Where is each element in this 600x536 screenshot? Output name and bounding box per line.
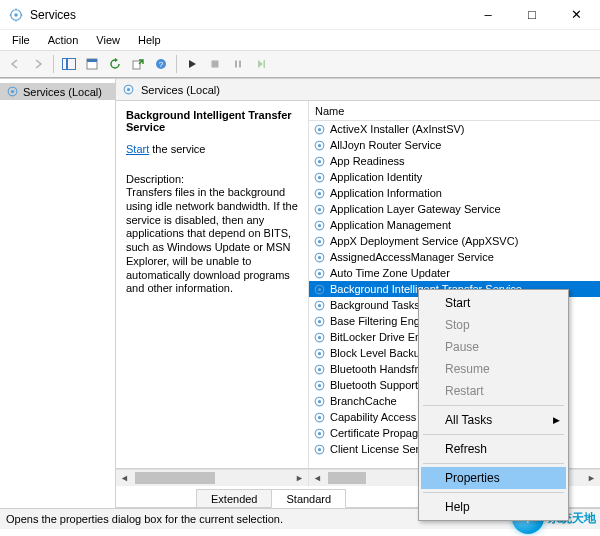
svg-point-26 [318,159,321,162]
tab-standard[interactable]: Standard [271,489,346,508]
start-service-button[interactable] [181,53,203,75]
gear-icon [313,443,326,456]
service-row[interactable]: Application Layer Gateway Service [309,201,600,217]
description-panel: Background Intelligent Transfer Service … [116,101,308,468]
titlebar: Services – □ ✕ [0,0,600,30]
gear-icon [313,155,326,168]
gear-icon [313,123,326,136]
context-menu-item[interactable]: Refresh [421,438,566,460]
service-name: BranchCache [330,395,397,407]
service-name: AssignedAccessManager Service [330,251,494,263]
svg-point-32 [318,207,321,210]
context-menu-separator [423,434,564,435]
service-row[interactable]: ActiveX Installer (AxInstSV) [309,121,600,137]
menu-view[interactable]: View [88,32,128,48]
svg-point-28 [318,175,321,178]
gear-icon [313,235,326,248]
context-menu-item[interactable]: All Tasks▶ [421,409,566,431]
console-tree[interactable]: Services (Local) [0,79,116,508]
window-title: Services [30,8,76,22]
scroll-right-icon[interactable]: ► [291,470,308,486]
context-menu-item: Resume [421,358,566,380]
stop-service-button[interactable] [204,53,226,75]
service-row[interactable]: Application Information [309,185,600,201]
scroll-left-icon[interactable]: ◄ [116,470,133,486]
service-row[interactable]: Auto Time Zone Updater [309,265,600,281]
refresh-button[interactable] [104,53,126,75]
gear-icon [313,427,326,440]
gear-icon [313,363,326,376]
service-row[interactable]: Application Identity [309,169,600,185]
svg-point-52 [318,367,321,370]
gear-icon [313,171,326,184]
minimize-button[interactable]: – [466,0,510,30]
svg-point-20 [127,88,130,91]
scroll-thumb[interactable] [135,472,215,484]
menu-action[interactable]: Action [40,32,87,48]
service-name: Application Identity [330,171,422,183]
gear-icon [313,331,326,344]
context-menu-item[interactable]: Help [421,496,566,518]
results-header-title: Services (Local) [141,84,220,96]
desc-hscroll[interactable]: ◄ ► [116,469,308,486]
maximize-button[interactable]: □ [510,0,554,30]
tab-extended[interactable]: Extended [196,489,272,507]
description-label: Description: [126,173,300,185]
menu-file[interactable]: File [4,32,38,48]
service-row[interactable]: AppX Deployment Service (AppXSVC) [309,233,600,249]
gear-icon [313,315,326,328]
help-button[interactable]: ? [150,53,172,75]
close-button[interactable]: ✕ [554,0,598,30]
scroll-right-icon[interactable]: ► [583,470,600,486]
tree-node-services-local[interactable]: Services (Local) [0,83,115,100]
export-button[interactable] [127,53,149,75]
restart-service-button[interactable] [250,53,272,75]
gear-icon [313,203,326,216]
service-name: AllJoyn Router Service [330,139,441,151]
service-row[interactable]: Application Management [309,217,600,233]
scroll-track[interactable] [133,470,291,486]
service-row[interactable]: AllJoyn Router Service [309,137,600,153]
context-menu[interactable]: StartStopPauseResumeRestartAll Tasks▶Ref… [418,289,569,521]
properties-button[interactable] [81,53,103,75]
service-row[interactable]: App Readiness [309,153,600,169]
play-icon [187,59,197,69]
svg-text:?: ? [159,60,164,69]
gear-icon [313,219,326,232]
gear-icon [313,139,326,152]
scroll-left-icon[interactable]: ◄ [309,470,326,486]
show-hide-tree-button[interactable] [58,53,80,75]
nav-back-button[interactable] [4,53,26,75]
service-name: ActiveX Installer (AxInstSV) [330,123,465,135]
context-menu-item[interactable]: Start [421,292,566,314]
pause-service-button[interactable] [227,53,249,75]
svg-rect-7 [68,59,76,70]
svg-point-22 [318,127,321,130]
results-header: Services (Local) [116,79,600,101]
gear-icon [313,299,326,312]
restart-icon [255,58,267,70]
context-menu-item: Restart [421,380,566,402]
help-icon: ? [155,58,167,70]
service-row[interactable]: AssignedAccessManager Service [309,249,600,265]
description-body: Transfers files in the background using … [126,186,300,296]
svg-point-58 [318,415,321,418]
toolbar: ? [0,50,600,78]
svg-point-40 [318,271,321,274]
service-name: App Readiness [330,155,405,167]
context-menu-item[interactable]: Properties [421,467,566,489]
start-service-link[interactable]: Start [126,143,149,155]
scroll-thumb[interactable] [328,472,366,484]
service-name: Application Management [330,219,451,231]
gear-icon [313,283,326,296]
gear-icon [313,411,326,424]
column-header-name[interactable]: Name [309,101,600,121]
start-service-suffix: the service [149,143,205,155]
gear-icon [313,347,326,360]
svg-point-54 [318,383,321,386]
menu-help[interactable]: Help [130,32,169,48]
nav-forward-button[interactable] [27,53,49,75]
arrow-left-icon [9,58,21,70]
service-name: AppX Deployment Service (AppXSVC) [330,235,518,247]
svg-rect-10 [133,61,140,69]
